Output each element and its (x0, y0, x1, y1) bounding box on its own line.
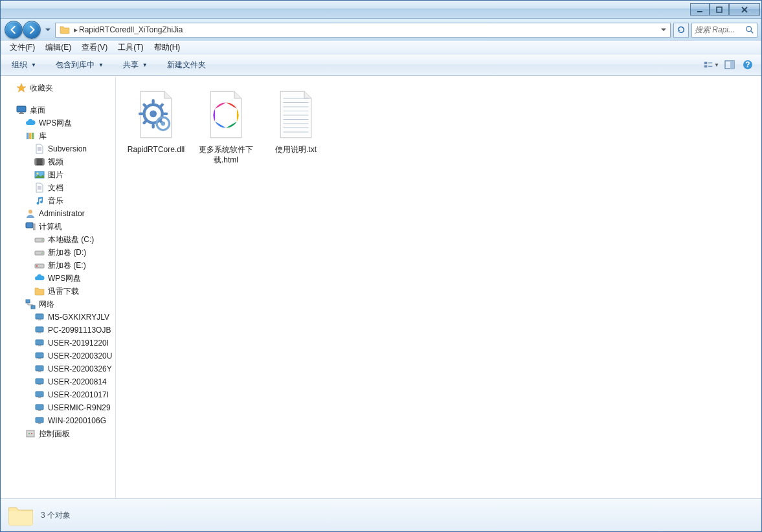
forward-button[interactable] (23, 21, 41, 39)
address-field[interactable]: ▸ RapidRTCoredll_XiTongZhiJia (55, 23, 671, 38)
svg-rect-18 (35, 159, 37, 165)
new-folder-button[interactable]: 新建文件夹 (161, 56, 212, 74)
file-txt[interactable]: 使用说明.txt (262, 85, 330, 168)
tree-desktop[interactable]: 桌面 (3, 104, 115, 116)
navigation-pane[interactable]: 收藏夹 桌面 WPS网盘 库 Subversion 视频 图片 文档 音乐 Ad… (1, 76, 116, 498)
file-html[interactable]: 更多系统软件下载.html (192, 85, 260, 168)
view-options-button[interactable]: ▼ (703, 57, 720, 72)
svg-rect-39 (36, 353, 43, 358)
tree-disk-c[interactable]: 本地磁盘 (C:) (3, 233, 115, 246)
content-pane[interactable]: RapidRTCore.dll 更多系统软件下载.html 使用说明.txt (116, 76, 761, 498)
body-area: 收藏夹 桌面 WPS网盘 库 Subversion 视频 图片 文档 音乐 Ad… (1, 76, 761, 498)
maximize-button[interactable] (710, 3, 729, 16)
svg-rect-50 (38, 423, 41, 424)
svg-rect-40 (38, 358, 41, 359)
tree-disk-e[interactable]: 新加卷 (E:) (3, 259, 115, 272)
help-button[interactable]: ? (739, 57, 756, 72)
organize-button[interactable]: 组织▼ (6, 56, 42, 74)
menu-edit[interactable]: 编辑(E) (40, 41, 76, 54)
drive-icon (34, 247, 45, 258)
tree-libraries[interactable]: 库 (3, 129, 115, 142)
svg-point-28 (41, 252, 43, 254)
tree-pc7[interactable]: USER-20201017I (3, 388, 115, 401)
svg-point-2 (746, 27, 752, 32)
computer-icon (34, 338, 45, 348)
tree-pictures[interactable]: 图片 (3, 168, 115, 181)
file-label: 更多系统软件下载.html (194, 144, 258, 165)
window-controls (690, 3, 760, 16)
address-dropdown[interactable] (657, 23, 669, 37)
tree-videos[interactable]: 视频 (3, 155, 115, 168)
svg-point-53 (31, 433, 32, 434)
desktop-icon (16, 105, 27, 115)
tree-administrator[interactable]: Administrator (3, 207, 115, 220)
menu-view[interactable]: 查看(V) (76, 41, 113, 54)
share-button[interactable]: 共享▼ (117, 56, 153, 74)
back-button[interactable] (5, 21, 23, 39)
svg-rect-12 (20, 112, 23, 113)
breadcrumb-path[interactable]: RapidRTCoredll_XiTongZhiJia (79, 25, 657, 34)
file-dll[interactable]: RapidRTCore.dll (122, 85, 190, 168)
computer-icon (34, 325, 45, 335)
minimize-button[interactable] (690, 3, 710, 16)
refresh-button[interactable] (673, 23, 689, 38)
tree-music[interactable]: 音乐 (3, 194, 115, 207)
menu-file[interactable]: 文件(F) (5, 41, 40, 54)
tree-pc8[interactable]: USERMIC-R9N29 (3, 401, 115, 414)
tree-pc2[interactable]: PC-20991113OJB (3, 324, 115, 337)
svg-point-30 (36, 265, 38, 267)
computer-icon (34, 377, 45, 387)
computer-icon (34, 312, 45, 322)
tree-pc3[interactable]: USER-20191220I (3, 337, 115, 349)
menu-tools[interactable]: 工具(T) (113, 41, 148, 54)
computer-icon (34, 403, 45, 413)
tree-disk-d[interactable]: 新加卷 (D:) (3, 246, 115, 259)
nav-history-dropdown[interactable] (43, 21, 52, 38)
titlebar (1, 1, 761, 19)
close-button[interactable] (729, 3, 760, 16)
svg-rect-33 (36, 314, 43, 319)
svg-rect-51 (27, 430, 34, 437)
search-field[interactable] (691, 23, 757, 38)
document-icon (34, 144, 45, 154)
tree-wps[interactable]: WPS网盘 (3, 116, 115, 129)
tree-pc6[interactable]: USER-20200814 (3, 375, 115, 388)
tree-pc4[interactable]: USER-20200320U (3, 349, 115, 362)
network-icon (25, 299, 36, 309)
tree-documents[interactable]: 文档 (3, 181, 115, 194)
tree-pc9[interactable]: WIN-20200106G (3, 414, 115, 427)
svg-rect-13 (19, 113, 24, 114)
tree-pc5[interactable]: USER-20200326Y (3, 362, 115, 375)
tree-xunlei[interactable]: 迅雷下载 (3, 285, 115, 298)
svg-point-55 (150, 110, 157, 117)
preview-pane-button[interactable] (721, 57, 738, 72)
search-input[interactable] (695, 25, 745, 34)
svg-point-21 (37, 173, 39, 175)
tree-subversion[interactable]: Subversion (3, 142, 115, 155)
search-icon[interactable] (745, 25, 754, 34)
file-label: 使用说明.txt (275, 144, 317, 155)
tree-favorites[interactable]: 收藏夹 (3, 82, 115, 94)
svg-rect-0 (697, 11, 702, 12)
tree-network[interactable]: 网络 (3, 298, 115, 311)
tree-control-panel[interactable]: 控制面板 (3, 427, 115, 440)
svg-rect-15 (29, 133, 32, 139)
address-bar-row: ▸ RapidRTCoredll_XiTongZhiJia (1, 19, 761, 41)
svg-text:?: ? (745, 60, 750, 69)
svg-rect-36 (38, 332, 41, 333)
include-in-library-button[interactable]: 包含到库中▼ (50, 56, 109, 74)
settings-icon (25, 428, 36, 439)
tree-wps2[interactable]: WPS网盘 (3, 272, 115, 285)
svg-rect-5 (708, 62, 712, 63)
folder-icon (34, 286, 45, 296)
tree-pc1[interactable]: MS-GXKIXRYJLV (3, 311, 115, 324)
menu-help[interactable]: 帮助(H) (149, 41, 186, 54)
svg-rect-37 (36, 340, 43, 345)
svg-rect-41 (36, 366, 43, 371)
svg-rect-48 (38, 410, 41, 411)
svg-rect-3 (704, 62, 707, 65)
svg-rect-4 (704, 65, 707, 68)
svg-rect-27 (35, 251, 44, 255)
tree-computer[interactable]: 计算机 (3, 220, 115, 233)
video-icon (34, 157, 45, 167)
